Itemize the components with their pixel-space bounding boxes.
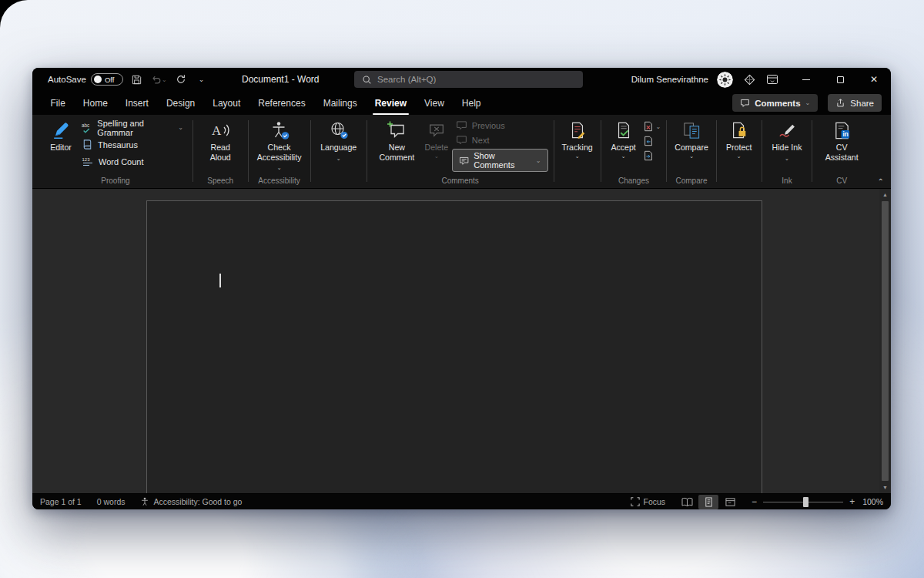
word-count-icon: 123 <box>82 156 94 168</box>
minimize-button[interactable] <box>789 68 823 91</box>
compare-button[interactable]: Compare ⌄ <box>672 117 711 160</box>
svg-text:A: A <box>212 123 222 138</box>
zoom-slider[interactable] <box>763 502 843 502</box>
chevron-down-icon: ⌄ <box>536 157 541 164</box>
close-button[interactable]: ✕ <box>857 68 891 91</box>
page-number-status[interactable]: Page 1 of 1 <box>40 494 82 510</box>
print-layout-button[interactable] <box>698 495 718 509</box>
rewards-button[interactable] <box>744 74 755 86</box>
tab-home[interactable]: Home <box>74 91 116 115</box>
tab-file[interactable]: File <box>42 91 74 115</box>
tab-layout[interactable]: Layout <box>204 91 249 115</box>
status-bar: Page 1 of 1 0 words Accessibility: Good … <box>32 493 891 509</box>
group-accessibility: Check Accessibility ⌄ Accessibility <box>249 117 310 188</box>
tracking-button[interactable]: Tracking ⌄ <box>559 117 594 160</box>
document-page[interactable] <box>146 200 762 493</box>
zoom-percentage[interactable]: 100% <box>862 497 883 506</box>
search-icon <box>362 75 372 85</box>
scrollbar-thumb[interactable] <box>882 201 889 481</box>
word-count-status[interactable]: 0 words <box>97 494 126 510</box>
ribbon-display-options-button[interactable] <box>766 74 778 85</box>
group-compare: Compare ⌄ Compare <box>667 117 716 188</box>
autosave-switch[interactable]: Off <box>91 73 123 86</box>
next-comment-icon <box>456 134 467 146</box>
tab-references[interactable]: References <box>249 91 314 115</box>
redo-button[interactable] <box>174 71 188 88</box>
chevron-down-icon: ⌄ <box>785 155 789 162</box>
hide-ink-button[interactable]: Hide Ink ⌄ <box>768 117 807 163</box>
collapse-ribbon-button[interactable]: ⌃ <box>878 177 884 186</box>
web-layout-button[interactable] <box>720 495 740 509</box>
text-cursor <box>219 274 221 287</box>
word-count-button[interactable]: 123 Word Count <box>78 153 187 170</box>
accessibility-status[interactable]: Accessibility: Good to go <box>140 494 242 510</box>
customize-quick-access-button[interactable]: ⌄ <box>195 71 209 88</box>
check-accessibility-icon <box>270 120 290 140</box>
read-mode-icon <box>681 497 693 507</box>
language-button[interactable]: Language ⌄ <box>316 117 361 163</box>
reject-icon <box>643 121 654 132</box>
group-proofing: Editor abc Spelling and Grammar ⌄ Thesau… <box>38 117 192 188</box>
accept-button[interactable]: Accept ⌄ <box>607 117 641 160</box>
zoom-slider-thumb[interactable] <box>803 497 808 507</box>
spelling-grammar-button[interactable]: abc Spelling and Grammar ⌄ <box>78 119 187 136</box>
share-button[interactable]: Share <box>828 94 882 112</box>
search-box[interactable] <box>354 71 583 88</box>
chevron-down-icon: ⌄ <box>689 153 694 160</box>
read-aloud-label: Read Aloud <box>201 143 240 162</box>
autosave-state: Off <box>105 76 115 84</box>
language-label: Language <box>320 143 357 152</box>
word-count-label: Word Count <box>99 157 144 166</box>
delete-comment-button[interactable]: Delete ⌄ <box>421 117 452 160</box>
group-comments: New Comment Delete ⌄ Previous <box>367 117 554 188</box>
editor-button[interactable]: Editor <box>44 117 78 153</box>
check-accessibility-button[interactable]: Check Accessibility ⌄ <box>254 117 305 173</box>
ribbon-tab-bar: File Home Insert Design Layout Reference… <box>32 91 891 115</box>
web-layout-icon <box>725 497 735 507</box>
show-comments-icon <box>459 155 469 166</box>
next-comment-button[interactable]: Next <box>452 133 548 147</box>
chevron-down-icon: ⌄ <box>621 153 625 160</box>
previous-comment-button[interactable]: Previous <box>452 118 548 133</box>
chevron-down-icon: ⌄ <box>737 153 742 160</box>
new-comment-icon <box>387 120 407 140</box>
cv-assistant-button[interactable]: in CV Assistant <box>818 117 865 163</box>
maximize-button[interactable] <box>823 68 857 91</box>
tab-design[interactable]: Design <box>157 91 203 115</box>
cv-assistant-icon: in <box>832 121 852 140</box>
search-input[interactable] <box>377 75 575 84</box>
show-comments-button[interactable]: Show Comments ⌄ <box>452 149 548 172</box>
tab-review[interactable]: Review <box>366 91 415 115</box>
scroll-up-button[interactable]: ▲ <box>879 189 891 200</box>
tab-help[interactable]: Help <box>453 91 490 115</box>
focus-button[interactable]: Focus <box>631 494 666 510</box>
tab-insert[interactable]: Insert <box>116 91 157 115</box>
scroll-down-button[interactable]: ▼ <box>879 482 891 493</box>
read-aloud-button[interactable]: A Read Aloud <box>199 117 243 163</box>
save-button[interactable] <box>130 71 144 88</box>
close-icon: ✕ <box>870 75 878 84</box>
protect-button[interactable]: Protect ⌄ <box>722 117 756 160</box>
group-label-proofing: Proofing <box>44 176 187 188</box>
comments-button[interactable]: Comments ⌄ <box>732 94 818 112</box>
user-avatar[interactable] <box>717 72 733 88</box>
tracking-label: Tracking <box>561 143 592 153</box>
zoom-out-button[interactable]: − <box>752 496 757 507</box>
check-accessibility-label: Check Accessibility <box>257 143 302 162</box>
vertical-scrollbar[interactable]: ▲ ▼ <box>879 189 891 493</box>
chevron-down-icon: ⌄ <box>805 99 811 106</box>
thesaurus-button[interactable]: Thesaurus <box>78 136 187 153</box>
reject-button[interactable]: ⌄ <box>643 120 661 133</box>
autosave-toggle[interactable]: AutoSave Off <box>48 73 123 86</box>
ribbon-review: Editor abc Spelling and Grammar ⌄ Thesau… <box>32 115 891 189</box>
tab-mailings[interactable]: Mailings <box>314 91 366 115</box>
previous-change-button[interactable] <box>643 135 661 147</box>
read-mode-button[interactable] <box>677 495 697 509</box>
zoom-in-button[interactable]: + <box>849 496 855 507</box>
next-change-button[interactable] <box>643 150 661 162</box>
tab-view[interactable]: View <box>416 91 454 115</box>
group-label-changes: Changes <box>607 176 661 188</box>
maximize-icon <box>837 76 844 83</box>
new-comment-button[interactable]: New Comment <box>373 117 421 163</box>
undo-button[interactable]: ⌄ <box>151 71 167 88</box>
